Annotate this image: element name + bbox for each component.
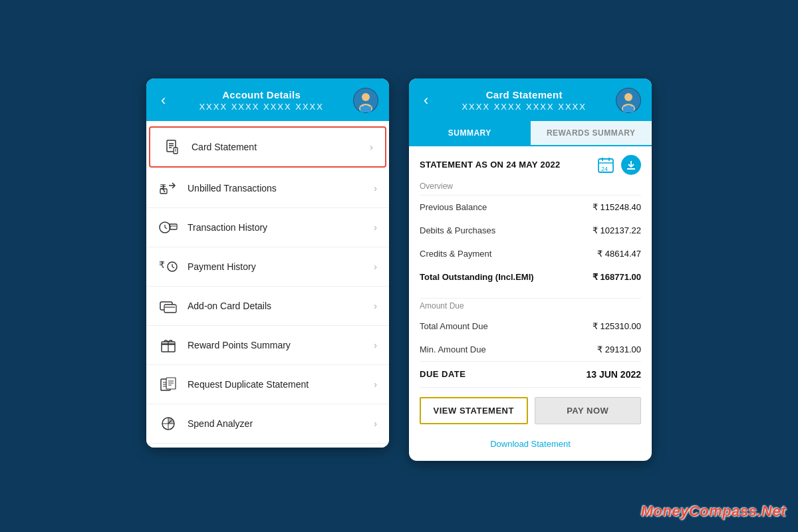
svg-rect-24 — [164, 305, 176, 313]
menu-label-duplicate-statement: Request Duplicate Statement — [188, 379, 374, 390]
svg-text:24: 24 — [601, 166, 608, 172]
row-total-amount-due: Total Amount Due ₹ 125310.00 — [409, 315, 652, 338]
right-header-subtitle: XXXX XXXX XXXX XXXX — [432, 102, 616, 112]
doc-copy-icon — [158, 374, 178, 394]
right-back-button[interactable]: ‹ — [420, 90, 432, 110]
svg-line-22 — [172, 267, 174, 268]
row-label-debits: Debits & Purchases — [420, 225, 495, 235]
menu-item-payment-history[interactable]: ₹ Payment History › — [146, 247, 389, 287]
menu-item-unbilled[interactable]: ₹ Unbilled Transactions › — [146, 169, 389, 208]
menu-label-reward-points: Reward Points Summary — [188, 340, 374, 350]
chevron-icon-6: › — [374, 379, 377, 390]
menu-item-card-statement[interactable]: Card Statement › — [149, 126, 386, 168]
clock-card-icon — [158, 217, 178, 237]
due-date-label: DUE DATE — [420, 369, 466, 379]
amount-due-label: Amount Due — [409, 299, 652, 315]
row-previous-balance: Previous Balance ₹ 115248.40 — [409, 196, 652, 219]
watermark: MoneyCompass.Net — [641, 503, 786, 520]
right-phone: ‹ Card Statement XXXX XXXX XXXX XXXX SUM… — [409, 78, 652, 461]
due-date-row: DUE DATE 13 JUN 2022 — [409, 362, 652, 387]
menu-item-transaction-history[interactable]: Transaction History › — [146, 208, 389, 247]
menu-item-addon-card[interactable]: Add-on Card Details › — [146, 287, 389, 326]
left-header: ‹ Account Details XXXX XXXX XXXX XXXX — [146, 78, 389, 121]
menu-list: Card Statement › ₹ Unbilled Transactions… — [146, 121, 389, 448]
chevron-icon-7: › — [374, 418, 377, 429]
row-debits-purchases: Debits & Purchases ₹ 102137.22 — [409, 219, 652, 242]
gift-icon — [158, 335, 178, 355]
svg-point-1 — [362, 93, 370, 101]
rupee-arrow-icon: ₹ — [158, 178, 178, 198]
row-label-previous-balance: Previous Balance — [420, 202, 487, 212]
menu-item-duplicate-statement[interactable]: Request Duplicate Statement › — [146, 365, 389, 404]
row-total-outstanding: Total Outstanding (Incl.EMI) ₹ 168771.00 — [409, 265, 652, 289]
row-value-credits: ₹ 48614.47 — [597, 249, 641, 259]
row-label-total-outstanding: Total Outstanding (Incl.EMI) — [420, 272, 534, 282]
svg-point-42 — [624, 93, 632, 101]
svg-rect-3 — [360, 106, 371, 112]
calendar-icon[interactable]: 24 — [596, 155, 616, 175]
left-back-button[interactable]: ‹ — [157, 90, 170, 110]
row-label-total-amount-due: Total Amount Due — [420, 321, 488, 331]
due-date-value: 13 JUN 2022 — [586, 369, 641, 380]
left-header-subtitle: XXXX XXXX XXXX XXXX — [170, 102, 353, 112]
row-value-total-amount-due: ₹ 125310.00 — [593, 321, 641, 331]
menu-label-spend-analyzer: Spend Analyzer — [188, 418, 374, 429]
menu-label-payment-history: Payment History — [188, 261, 374, 272]
right-header-title: Card Statement — [432, 89, 616, 100]
right-avatar[interactable] — [616, 88, 641, 113]
menu-label-unbilled: Unbilled Transactions — [188, 183, 374, 194]
document-icon — [162, 137, 182, 157]
menu-label-transaction-history: Transaction History — [188, 222, 374, 233]
left-header-title: Account Details — [170, 89, 353, 100]
row-value-min-amount-due: ₹ 29131.00 — [597, 344, 641, 354]
overview-label: Overview — [409, 179, 652, 195]
statement-header: STATEMENT AS ON 24 MAY 2022 24 — [409, 146, 652, 179]
chevron-icon-1: › — [374, 183, 377, 194]
gap-1 — [409, 289, 652, 298]
left-avatar[interactable] — [353, 88, 378, 113]
tabs-row: SUMMARY REWARDS SUMMARY — [409, 121, 652, 146]
chevron-icon-0: › — [370, 142, 373, 152]
row-credits-payment: Credits & Payment ₹ 48614.47 — [409, 242, 652, 265]
left-phone: ‹ Account Details XXXX XXXX XXXX XXXX — [146, 78, 389, 448]
row-value-debits: ₹ 102137.22 — [593, 225, 641, 235]
menu-item-spend-analyzer[interactable]: Spend Analyzer › — [146, 404, 389, 444]
action-buttons: VIEW STATEMENT PAY NOW — [409, 388, 652, 431]
tab-summary[interactable]: SUMMARY — [409, 121, 531, 145]
right-title-block: Card Statement XXXX XXXX XXXX XXXX — [432, 89, 616, 112]
menu-label-addon-card: Add-on Card Details — [188, 301, 374, 311]
download-icon[interactable] — [621, 155, 641, 175]
svg-rect-44 — [623, 106, 634, 112]
chevron-icon-5: › — [374, 340, 377, 350]
row-min-amount-due: Min. Amount Due ₹ 29131.00 — [409, 338, 652, 361]
download-statement-link[interactable]: Download Statement — [409, 431, 652, 461]
right-header: ‹ Card Statement XXXX XXXX XXXX XXXX — [409, 78, 652, 121]
chart-icon — [158, 414, 178, 434]
left-title-block: Account Details XXXX XXXX XXXX XXXX — [170, 89, 353, 112]
rupee-clock-icon: ₹ — [158, 257, 178, 277]
chevron-icon-4: › — [374, 301, 377, 311]
statement-date: STATEMENT AS ON 24 MAY 2022 — [420, 160, 561, 170]
svg-line-16 — [165, 227, 167, 229]
chevron-icon-3: › — [374, 261, 377, 272]
row-label-credits: Credits & Payment — [420, 249, 491, 259]
menu-item-reward-points[interactable]: Reward Points Summary › — [146, 326, 389, 365]
view-statement-button[interactable]: VIEW STATEMENT — [420, 397, 528, 424]
menu-label-card-statement: Card Statement — [192, 142, 370, 152]
chevron-icon-2: › — [374, 222, 377, 233]
row-value-total-outstanding: ₹ 168771.00 — [593, 272, 641, 282]
cards-icon — [158, 296, 178, 316]
statement-icons: 24 — [596, 155, 641, 175]
row-label-min-amount-due: Min. Amount Due — [420, 344, 486, 354]
row-value-previous-balance: ₹ 115248.40 — [593, 202, 641, 212]
pay-now-button[interactable]: PAY NOW — [535, 397, 642, 424]
svg-text:₹: ₹ — [159, 259, 165, 270]
tab-rewards-summary[interactable]: REWARDS SUMMARY — [531, 121, 652, 145]
